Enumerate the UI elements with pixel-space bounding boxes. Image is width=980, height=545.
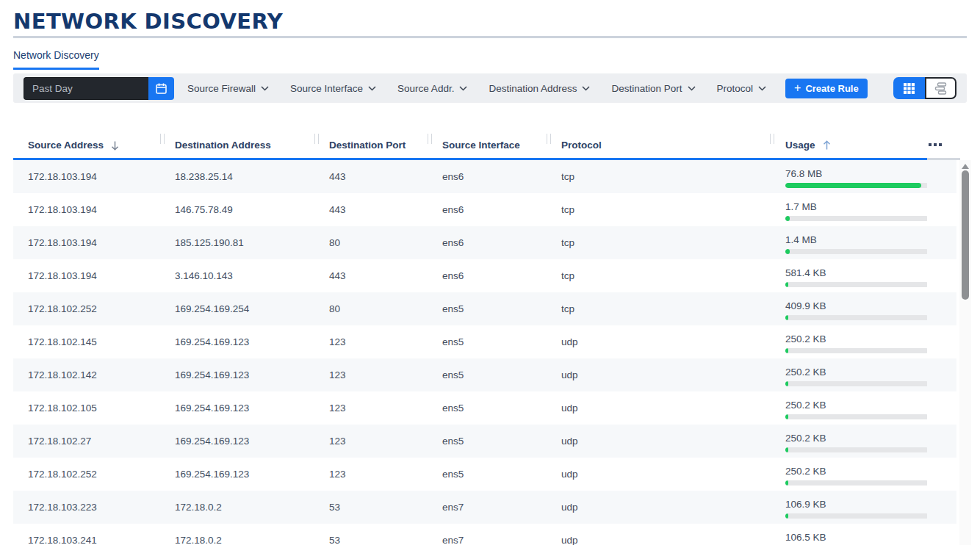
scroll-up-icon[interactable]	[962, 164, 969, 169]
table-row[interactable]: 172.18.103.1943.146.10.143443ens6tcp581.…	[13, 259, 956, 292]
table-row[interactable]: 172.18.102.252169.254.169.123123ens5udp2…	[13, 458, 956, 491]
chevron-down-icon	[758, 86, 766, 91]
filter-destination-port[interactable]: Destination Port	[611, 83, 695, 94]
column-header-source-address[interactable]: Source Address	[13, 131, 160, 158]
view-toggle	[893, 77, 956, 99]
cell-protocol: tcp	[547, 292, 770, 325]
cell-actions	[927, 524, 956, 545]
cell-actions	[927, 425, 956, 458]
flow-view-button[interactable]	[925, 77, 956, 99]
column-header-destination-port[interactable]: Destination Port	[314, 131, 428, 158]
usage-value: 106.9 KB	[785, 499, 826, 510]
filter-protocol[interactable]: Protocol	[717, 83, 767, 94]
usage-bar-fill	[785, 315, 788, 320]
cell-protocol: udp	[547, 425, 770, 458]
cell-destination-address: 169.254.169.123	[160, 425, 314, 458]
cell-destination-address: 18.238.25.14	[160, 160, 314, 193]
cell-usage: 250.2 KB	[770, 391, 927, 425]
usage-value: 250.2 KB	[785, 367, 826, 378]
column-label: Source Address	[28, 140, 104, 151]
usage-value: 106.5 KB	[785, 532, 826, 543]
cell-destination-address: 169.254.169.123	[160, 325, 314, 358]
cell-source-interface: ens6	[428, 259, 547, 292]
table-row[interactable]: 172.18.103.194146.75.78.49443ens6tcp1.7 …	[13, 193, 956, 226]
cell-source-address: 172.18.102.27	[13, 425, 160, 458]
create-rule-label: Create Rule	[805, 83, 858, 94]
cell-destination-port: 443	[314, 259, 428, 292]
cell-usage: 1.4 MB	[770, 226, 927, 259]
cell-actions	[927, 391, 956, 425]
cell-source-interface: ens5	[428, 458, 547, 491]
cell-usage: 76.8 MB	[770, 160, 927, 193]
column-label: Usage	[785, 140, 815, 151]
table-row[interactable]: 172.18.102.145169.254.169.123123ens5udp2…	[13, 325, 956, 358]
cell-protocol: udp	[547, 391, 770, 425]
table-scrollbar[interactable]	[959, 160, 971, 545]
filter-source-addr[interactable]: Source Addr.	[397, 83, 467, 94]
cell-protocol: udp	[547, 524, 770, 545]
cell-destination-address: 169.254.169.123	[160, 391, 314, 425]
column-header-protocol[interactable]: Protocol	[547, 131, 770, 158]
table-row[interactable]: 172.18.103.241172.18.0.253ens7udp106.5 K…	[13, 524, 956, 545]
usage-bar-fill	[785, 183, 921, 188]
table-row[interactable]: 172.18.102.105169.254.169.123123ens5udp2…	[13, 391, 956, 425]
cell-source-interface: ens5	[428, 325, 547, 358]
filter-label: Destination Port	[611, 83, 682, 94]
filter-label: Protocol	[717, 83, 754, 94]
cell-actions	[927, 259, 956, 292]
cell-destination-port: 123	[314, 425, 428, 458]
cell-actions	[927, 325, 956, 358]
cell-source-interface: ens5	[428, 292, 547, 325]
tab-network-discovery[interactable]: Network Discovery	[13, 49, 99, 70]
scrollbar-thumb[interactable]	[962, 170, 969, 300]
cell-actions	[927, 226, 956, 259]
table-row[interactable]: 172.18.103.223172.18.0.253ens7udp106.9 K…	[13, 491, 956, 524]
grid-view-icon	[903, 82, 915, 95]
cell-destination-port: 123	[314, 458, 428, 491]
chevron-down-icon	[368, 86, 376, 91]
cell-actions	[927, 358, 956, 391]
network-discovery-page: NETWORK DISCOVERY Network Discovery Sour…	[0, 0, 980, 545]
calendar-icon	[155, 82, 167, 95]
cell-protocol: udp	[547, 458, 770, 491]
table-row[interactable]: 172.18.102.252169.254.169.25480ens5tcp40…	[13, 292, 956, 325]
table-row[interactable]: 172.18.103.194185.125.190.8180ens6tcp1.4…	[13, 226, 956, 259]
column-header-source-interface[interactable]: Source Interface	[428, 131, 547, 158]
column-header-usage[interactable]: Usage	[770, 131, 927, 158]
cell-destination-port: 80	[314, 292, 428, 325]
filter-source-firewall[interactable]: Source Firewall	[187, 83, 269, 94]
cell-source-address: 172.18.103.241	[13, 524, 160, 545]
table-row[interactable]: 172.18.103.19418.238.25.14443ens6tcp76.8…	[13, 160, 956, 193]
column-label: Source Interface	[442, 140, 520, 151]
chevron-down-icon	[582, 86, 590, 91]
column-label: Destination Address	[175, 140, 271, 151]
more-options-button[interactable]	[927, 131, 956, 158]
table-row[interactable]: 172.18.102.142169.254.169.123123ens5udp2…	[13, 358, 956, 391]
cell-source-address: 172.18.103.194	[13, 193, 160, 226]
usage-bar-fill	[785, 414, 788, 419]
cell-usage: 250.2 KB	[770, 358, 927, 391]
cell-usage: 106.9 KB	[770, 491, 927, 524]
cell-usage: 250.2 KB	[770, 458, 927, 491]
cell-destination-address: 169.254.169.123	[160, 458, 314, 491]
create-rule-button[interactable]: + Create Rule	[785, 79, 868, 98]
cell-destination-port: 80	[314, 226, 428, 259]
usage-bar-fill	[785, 216, 790, 221]
column-header-destination-address[interactable]: Destination Address	[160, 131, 314, 158]
cell-destination-address: 169.254.169.123	[160, 358, 314, 391]
filter-source-interface[interactable]: Source Interface	[290, 83, 376, 94]
table-row[interactable]: 172.18.102.27169.254.169.123123ens5udp25…	[13, 425, 956, 458]
cell-usage: 106.5 KB	[770, 524, 927, 545]
filter-dropdowns: Source FirewallSource InterfaceSource Ad…	[187, 83, 766, 94]
date-range-input[interactable]	[24, 77, 148, 100]
usage-value: 1.7 MB	[785, 201, 817, 212]
cell-source-interface: ens5	[428, 391, 547, 425]
flow-view-icon	[934, 82, 948, 95]
usage-bar	[785, 315, 927, 320]
table-view-button[interactable]	[893, 77, 925, 99]
usage-bar	[785, 381, 927, 386]
filter-destination-address[interactable]: Destination Address	[489, 83, 590, 94]
cell-source-address: 172.18.102.105	[13, 391, 160, 425]
chevron-down-icon	[688, 86, 696, 91]
calendar-button[interactable]	[148, 77, 174, 100]
